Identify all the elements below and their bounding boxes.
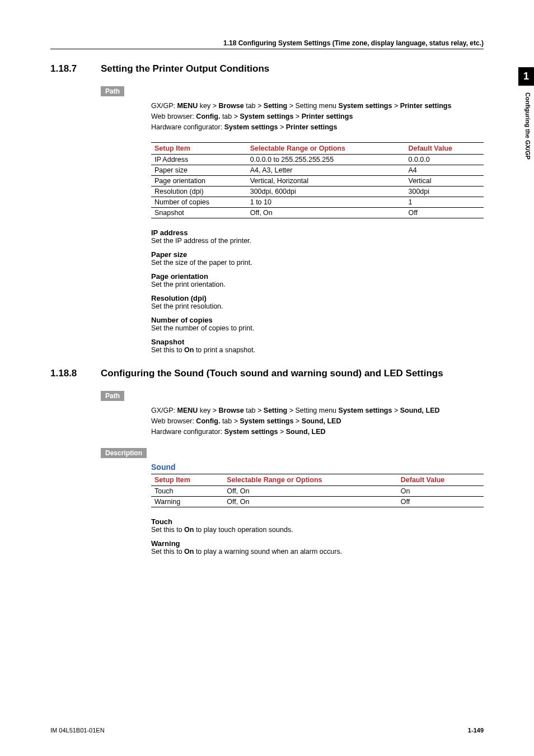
table-cell: Off: [397, 496, 484, 507]
table-cell: On: [397, 486, 484, 496]
table-row: Paper sizeA4, A3, LetterA4: [151, 165, 484, 176]
section-title: Setting the Printer Output Conditions: [101, 63, 484, 74]
param-title: Resolution (dpi): [151, 294, 484, 302]
path-block: GX/GP: MENU key > Browse tab > Setting >…: [151, 405, 484, 437]
table-cell: 1 to 10: [247, 197, 405, 208]
running-header: 1.18 Configuring System Settings (Time z…: [50, 39, 484, 49]
path-bold: Config.: [196, 417, 220, 425]
path-text: Hardware configurator:: [151, 123, 224, 131]
table-row: WarningOff, OnOff: [151, 496, 484, 507]
path-bold: System settings: [224, 123, 278, 131]
table-row: TouchOff, OnOn: [151, 486, 484, 496]
table-header: Default Value: [405, 143, 484, 155]
path-bold: System settings: [240, 417, 294, 425]
table-header: Selectable Range or Options: [223, 474, 397, 486]
path-bold: MENU: [177, 102, 198, 110]
path-text: Web browser:: [151, 113, 196, 120]
path-text: key >: [198, 102, 218, 110]
table-cell: Off: [405, 208, 484, 218]
path-bold: Printer settings: [400, 102, 452, 110]
table-cell: Vertical, Horizontal: [247, 176, 405, 186]
path-badge: Path: [101, 86, 124, 96]
section-number: 1.18.7: [50, 63, 101, 74]
path-text: key >: [198, 407, 218, 414]
param-title: Snapshot: [151, 338, 484, 346]
path-bold: System settings: [240, 113, 294, 120]
path-text: >: [278, 123, 286, 131]
table-cell: Off, On: [247, 208, 405, 218]
table-cell: Paper size: [151, 165, 247, 176]
table-cell: 0.0.0.0 to 255.255.255.255: [247, 155, 405, 165]
path-block: GX/GP: MENU key > Browse tab > Setting >…: [151, 101, 484, 132]
path-bold: Config.: [196, 113, 220, 120]
table-header: Setup Item: [151, 143, 247, 155]
path-text: tab >: [220, 417, 240, 425]
param-title: Warning: [151, 539, 484, 548]
path-bold: System settings: [224, 428, 278, 436]
param-desc: Set this to On to play touch operation s…: [151, 526, 484, 534]
param-desc: Set the IP address of the printer.: [151, 237, 484, 245]
param-desc: Set the print resolution.: [151, 302, 484, 310]
param-desc: Set the size of the paper to print.: [151, 259, 484, 267]
path-text: GX/GP:: [151, 407, 177, 414]
path-bold: Browse: [219, 407, 244, 414]
path-text: >: [293, 113, 301, 120]
table-cell: 0.0.0.0: [405, 155, 484, 165]
param-desc: Set this to On to play a warning sound w…: [151, 548, 484, 556]
table-cell: Snapshot: [151, 208, 247, 218]
path-badge: Path: [101, 391, 124, 401]
path-text: >: [392, 407, 400, 414]
param-title: Paper size: [151, 250, 484, 259]
section-number: 1.18.8: [50, 368, 101, 379]
path-bold: Setting: [264, 407, 287, 414]
table-row: IP Address0.0.0.0 to 255.255.255.2550.0.…: [151, 155, 484, 165]
printer-settings-table: Setup Item Selectable Range or Options D…: [151, 142, 484, 218]
group-title-sound: Sound: [151, 463, 484, 472]
table-cell: 300dpi: [405, 186, 484, 197]
param-desc: Set this to On to print a snapshot.: [151, 346, 484, 354]
path-bold: Sound, LED: [286, 428, 326, 436]
path-text: tab >: [220, 113, 240, 120]
path-bold: Browse: [219, 102, 244, 110]
description-badge: Description: [101, 448, 147, 458]
table-cell: Page orientation: [151, 176, 247, 186]
footer-page-number: 1-149: [468, 727, 484, 734]
path-bold: Sound, LED: [302, 417, 341, 425]
table-row: Resolution (dpi)300dpi, 600dpi300dpi: [151, 186, 484, 197]
path-bold: Printer settings: [302, 113, 353, 120]
param-title: Number of copies: [151, 316, 484, 324]
table-cell: Touch: [151, 486, 223, 496]
table-cell: Warning: [151, 496, 223, 507]
table-header: Default Value: [397, 474, 484, 486]
path-text: >: [293, 417, 301, 425]
sound-settings-table: Setup Item Selectable Range or Options D…: [151, 474, 484, 507]
path-bold: Sound, LED: [400, 407, 440, 414]
path-bold: MENU: [177, 407, 198, 414]
table-cell: Off, On: [223, 486, 397, 496]
param-title: Page orientation: [151, 272, 484, 281]
param-title: Touch: [151, 517, 484, 526]
path-text: tab >: [244, 102, 264, 110]
param-desc: Set the print orientation.: [151, 281, 484, 288]
table-cell: Resolution (dpi): [151, 186, 247, 197]
table-cell: IP Address: [151, 155, 247, 165]
table-row: Page orientationVertical, HorizontalVert…: [151, 176, 484, 186]
path-text: tab >: [244, 407, 264, 414]
table-row: SnapshotOff, OnOff: [151, 208, 484, 218]
footer-doc-id: IM 04L51B01-01EN: [50, 727, 105, 734]
table-cell: A4, A3, Letter: [247, 165, 405, 176]
table-cell: Off, On: [223, 496, 397, 507]
table-cell: Number of copies: [151, 197, 247, 208]
path-text: > Setting menu: [287, 407, 338, 414]
param-desc: Set the number of copies to print.: [151, 324, 484, 332]
path-text: Web browser:: [151, 417, 196, 425]
table-row: Number of copies1 to 101: [151, 197, 484, 208]
path-bold: System settings: [339, 102, 392, 110]
path-text: Hardware configurator:: [151, 428, 224, 436]
path-text: > Setting menu: [287, 102, 338, 110]
path-text: >: [278, 428, 286, 436]
table-cell: Vertical: [405, 176, 484, 186]
param-title: IP address: [151, 228, 484, 237]
path-bold: System settings: [339, 407, 392, 414]
path-text: GX/GP:: [151, 102, 177, 110]
